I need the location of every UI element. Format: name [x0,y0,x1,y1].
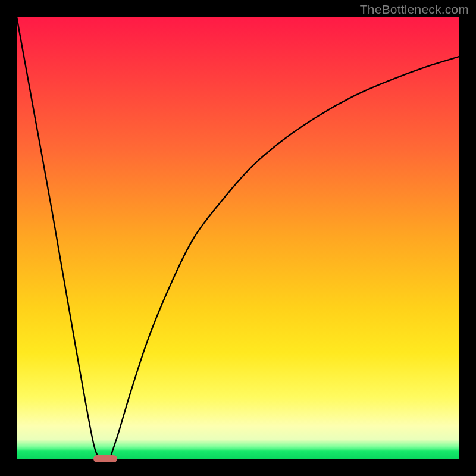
left-branch-line [17,17,101,459]
chart-frame: TheBottleneck.com [0,0,476,476]
curve-layer [17,17,459,459]
right-branch-line [109,57,459,459]
optimal-point-marker [93,455,117,462]
watermark-text: TheBottleneck.com [360,2,469,17]
plot-area [17,17,459,459]
